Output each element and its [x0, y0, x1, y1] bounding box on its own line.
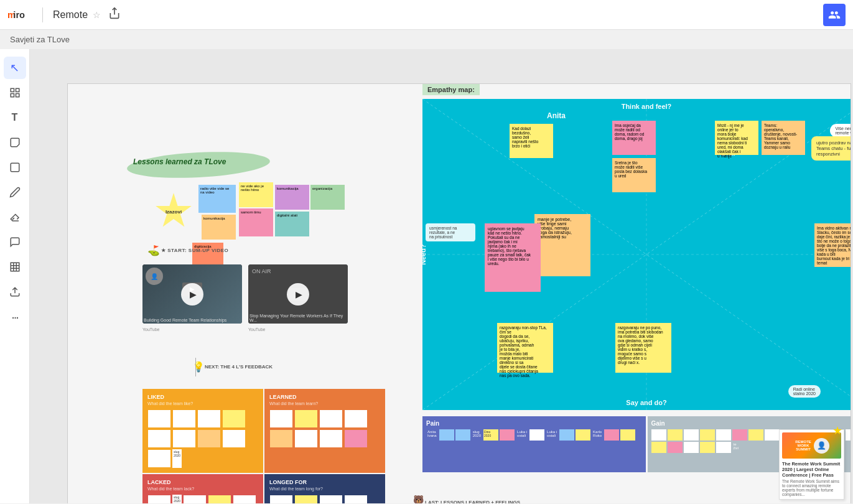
bear-emoji: 🐻	[413, 495, 424, 503]
sticky-ivana-2: Sretna je štomože raditi višeposla bez d…	[612, 158, 656, 192]
sticky-ivana-1: Ima osjećaj damože raditi oddoma, radom …	[612, 121, 656, 155]
tool-text[interactable]: T	[4, 106, 26, 129]
liked-sticky-1	[148, 410, 170, 427]
tool-frames[interactable]	[4, 82, 26, 104]
izazovi-shape: Izazovi	[155, 193, 192, 230]
main-layout: ↖ T	[0, 49, 853, 503]
board-content: Lessons learned za TLove Izazovi radio v…	[68, 84, 851, 503]
pain-sticky-9	[620, 429, 635, 441]
gain-sticky-2	[668, 429, 683, 441]
learned-sticky-8	[345, 430, 367, 447]
favorite-icon[interactable]: ☆	[93, 10, 101, 20]
liked-sticky-2	[173, 410, 195, 427]
sticky-anita-1: Kad dolazibezdušno,samo želinapraviti ne…	[510, 124, 553, 158]
logo[interactable]: m iro	[7, 7, 32, 23]
toolbar-sidebar: ↖ T	[0, 49, 30, 503]
liked-card: LIKED What did the team like?	[142, 389, 263, 473]
pain-sticky-1	[439, 429, 454, 441]
sticky-note: komunikacija	[202, 215, 236, 240]
video-2[interactable]: ON AIR 📺 Stop Managing Your Remote Worke…	[248, 264, 348, 324]
sticky-didi-2: Teams:operativno,društenje, novosti-Team…	[762, 121, 805, 155]
video-1-source: YouTube	[142, 327, 160, 332]
tool-cursor[interactable]: ↖	[4, 57, 26, 79]
lacked-card: LACKED What did the team lack? slug2020	[142, 474, 263, 503]
speech-bubble: ujutro pozdrav na Teams chatu - full res…	[811, 136, 851, 161]
liked-sticky-3	[198, 410, 220, 427]
cloud-say-do: Radi onlinestalno 2020	[788, 385, 821, 398]
cloud-1: Više nemaremote work	[830, 124, 851, 138]
pain-sticky-2	[455, 429, 470, 441]
svg-text:iro: iro	[13, 10, 25, 20]
empathy-label: Empathy map:	[422, 84, 480, 95]
app-header: m iro Remote ☆	[0, 0, 853, 30]
learned-sticky-5	[270, 430, 292, 447]
pain-sticky-4	[500, 429, 515, 441]
center-sticky: manje je potrebe,više tinge samiprobaju,…	[534, 214, 590, 276]
sticky-note: organizacija	[310, 185, 345, 210]
svg-rect-3	[16, 88, 19, 91]
tool-upload[interactable]	[4, 281, 26, 303]
tool-more[interactable]: ···	[4, 306, 26, 328]
collaborators-button[interactable]	[823, 4, 846, 26]
video-2-source: YouTube	[248, 327, 266, 332]
liked-sticky-4	[223, 410, 245, 427]
tool-sticky[interactable]	[4, 131, 26, 154]
user-avatar-area[interactable]	[823, 4, 846, 26]
lacked-sticky-4	[233, 495, 256, 503]
canvas-area[interactable]: Lessons learned za TLove Izazovi radio v…	[30, 49, 853, 503]
sticky-note: digitalni alati	[275, 212, 309, 236]
say-do-label: Say and do?	[626, 399, 666, 406]
four-l-section: LIKED What did the team like?	[142, 389, 385, 503]
tool-eraser[interactable]	[4, 206, 26, 228]
empathy-map: Think and feel? Need? Say and do? Anita …	[422, 99, 851, 410]
liked-sticky-9	[148, 450, 170, 467]
header-divider	[42, 7, 43, 22]
learned-sticky-3	[320, 410, 342, 427]
person-anita: Anita	[547, 111, 566, 120]
longed-sticky-1	[270, 495, 292, 503]
lacked-sticky-2	[184, 495, 206, 503]
share-icon[interactable]	[108, 7, 121, 22]
learned-sticky-2	[295, 410, 317, 427]
cloud-need-1: usmjerenost narezultate, a nena prisutno…	[426, 223, 475, 241]
liked-sticky-6	[173, 430, 195, 447]
pain-sticky-8	[604, 429, 619, 441]
next-feedback-label: NEXT: THE 4 L'S FEEDBACK	[205, 364, 273, 370]
gain-sticky-7	[748, 429, 763, 441]
gain-sticky-4	[700, 429, 715, 441]
liked-sticky-5	[148, 430, 170, 447]
gain-sticky-3	[684, 429, 699, 441]
learned-sticky-4	[345, 410, 367, 427]
star-badge: ★	[832, 424, 842, 437]
arrow-line	[195, 358, 196, 376]
liked-sticky-8	[223, 430, 245, 447]
lacked-sticky-1	[148, 495, 170, 503]
pink-center-sticky: uglavnom se javljajukad ne nešto hitno.P…	[485, 223, 541, 292]
think-feel-label: Think and feel?	[622, 103, 672, 110]
lightbulb-icon: 💡	[192, 361, 205, 373]
gain-sticky-15	[668, 442, 683, 453]
longed-sticky-4	[345, 495, 367, 503]
flag-icon: ⛳	[147, 245, 160, 256]
lacked-sticky-3	[208, 495, 231, 503]
conference-card: ★ REMOTEWORKSUMMIT 👤 The Remote Work Sum…	[779, 429, 844, 500]
right-sticky-1: Ima vidno aktivan naSlacku, često im sed…	[814, 223, 851, 267]
start-video-label: ★ START: SUM-UP VIDEO	[161, 248, 228, 253]
video-2-title: Stop Managing Your Remote Workers As If …	[249, 314, 347, 322]
breadcrumb: Savjeti za TLove	[0, 30, 853, 49]
tool-shapes[interactable]	[4, 156, 26, 179]
gain-sticky-8	[765, 429, 780, 441]
learned-card: LEARNED What did the team learn?	[264, 389, 385, 473]
longed-sticky-2	[295, 495, 317, 503]
learned-sticky-1	[270, 410, 292, 427]
longed-card: LONGED FOR What did the team long for?	[264, 474, 385, 503]
tool-grid[interactable]	[4, 256, 26, 278]
video-1[interactable]: ▶ 👤 Building Good Remote Team Relationsh…	[142, 264, 242, 324]
tool-comment[interactable]	[4, 231, 26, 253]
pain-sticky-3: Dino2020	[483, 429, 498, 441]
sticky-note: digitizacija	[192, 243, 223, 264]
tool-pen[interactable]	[4, 181, 26, 203]
svg-rect-2	[11, 88, 14, 91]
gain-title: Gain	[651, 420, 852, 427]
svg-rect-5	[16, 94, 19, 97]
